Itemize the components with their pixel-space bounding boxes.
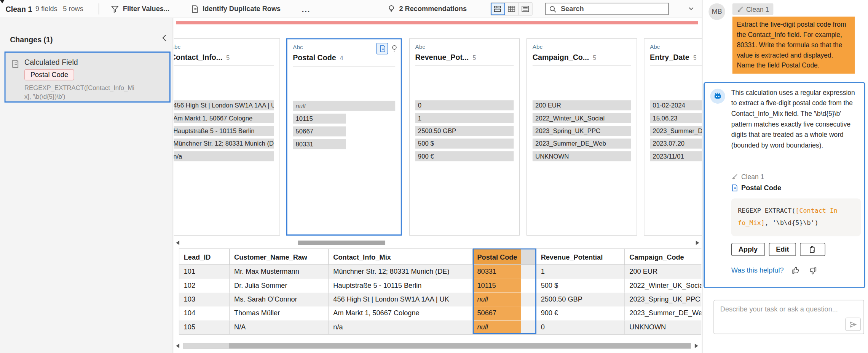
profile-value-bar[interactable]: Am Markt 1, 50667 Cologne <box>174 113 274 123</box>
profile-value-bar[interactable]: n/a <box>174 151 274 161</box>
grid-cell[interactable]: n/a <box>329 320 473 334</box>
scrollbar-thumb[interactable] <box>183 343 229 349</box>
change-item-calculated-field[interactable]: Calculated Field Postal Code REGEXP_EXTR… <box>5 51 171 103</box>
profile-value-bar[interactable]: 500 $ <box>415 139 514 149</box>
collapse-changes-icon[interactable] <box>162 34 168 42</box>
grid-header-cell[interactable]: Revenue_Potential <box>536 248 625 265</box>
card-divider <box>533 66 631 66</box>
profile-value-bar[interactable]: 456 High St | London SW1A 1AA | UK <box>174 100 274 110</box>
grid-cell[interactable]: 2023_Summer_DE_Web <box>625 306 702 320</box>
profile-card[interactable]: Abc Contact_Info...5 456 High St | Londo… <box>174 38 280 236</box>
toolbar: Clean 1 9 fields 5 rows Filter Values...… <box>0 0 702 18</box>
grid-cell[interactable]: 900 € <box>536 306 625 320</box>
grid-header-cell[interactable]: Contact_Info_Mix <box>329 248 473 265</box>
profile-view-toggle[interactable] <box>491 3 505 15</box>
profile-value-bar[interactable]: 2023_Summer_D <box>650 126 702 136</box>
send-button[interactable] <box>845 318 861 331</box>
user-avatar: MB <box>708 3 725 20</box>
profile-value-bar[interactable]: 01-02-2024 <box>650 100 702 110</box>
scrollbar-thumb[interactable] <box>298 241 385 245</box>
grid-cell[interactable]: Thomas Müller <box>230 306 329 320</box>
profile-value-bar[interactable]: 1 <box>415 113 514 123</box>
profile-value-bar[interactable]: 900 € <box>415 151 514 161</box>
grid-header-cell[interactable]: Campaign_Code <box>625 248 702 265</box>
grid-cell[interactable]: 200 EUR <box>625 265 702 279</box>
grid-cell[interactable]: null <box>473 293 536 306</box>
profile-value-bar[interactable]: 0 <box>415 100 514 110</box>
grid-cell[interactable]: 2022_Winter_UK_Social <box>625 279 702 292</box>
recommendation-lightbulb-icon[interactable] <box>391 44 398 53</box>
recommendations-button[interactable]: 2 Recommendations <box>388 0 467 18</box>
grid-cell[interactable]: 105 <box>179 320 230 334</box>
list-view-toggle[interactable] <box>519 3 532 15</box>
grid-cell[interactable]: Am Markt 1, 50667 Cologne <box>329 306 473 320</box>
grid-cell[interactable]: 456 High St | London SW1A 1AA | UK <box>329 293 473 306</box>
grid-cell[interactable]: 2023_Spring_UK_PPC <box>625 293 702 306</box>
collapse-pane-chevron-icon[interactable] <box>688 5 695 12</box>
profile-value-bar[interactable]: 10115 <box>293 114 346 124</box>
chat-input[interactable] <box>714 300 864 334</box>
copy-to-clipboard-button[interactable] <box>800 243 826 256</box>
edit-button[interactable]: Edit <box>769 243 796 256</box>
grid-cell[interactable]: 2500.50 GBP <box>536 293 625 306</box>
scroll-left-icon[interactable] <box>176 241 179 245</box>
grid-cell[interactable]: null <box>473 320 536 334</box>
profile-value-bar[interactable]: 80331 <box>293 139 346 149</box>
profile-value-bar[interactable]: 2023_Spring_UK_PPC <box>533 126 631 136</box>
filter-values-button[interactable]: Filter Values... <box>111 0 169 18</box>
identify-duplicates-button[interactable]: Identify Duplicate Rows <box>191 0 281 18</box>
create-calculated-field-icon[interactable] <box>377 43 388 55</box>
grid-cell[interactable]: 0 <box>536 320 625 334</box>
grid-cell[interactable]: 500 $ <box>536 279 625 292</box>
profile-card[interactable]: Abc Campaign_Co...5 200 EUR2022_Winter_U… <box>527 38 637 236</box>
grid-cell[interactable]: 101 <box>179 265 230 279</box>
profile-value-bar[interactable]: 2022_Winter_UK_Social <box>533 113 631 123</box>
grid-cell[interactable]: 50667 <box>473 306 536 320</box>
grid-cell[interactable]: Münchner Str. 12; 80331 Munich (DE) <box>329 265 473 279</box>
profile-value-bar[interactable]: null <box>293 101 395 111</box>
profile-card[interactable]: Abc Postal Code4 null101155066780331 <box>286 38 402 236</box>
grid-header-cell[interactable]: Customer_Name_Raw <box>230 248 329 265</box>
grid-cell[interactable]: 103 <box>179 293 230 306</box>
grid-cell[interactable]: 1 <box>536 265 625 279</box>
profile-value-bar[interactable]: 50667 <box>293 127 346 136</box>
profile-value-bar[interactable]: 2500.50 GBP <box>415 126 514 136</box>
profile-value-bar[interactable]: 2023.07.20 <box>650 139 702 149</box>
grid-cell[interactable]: N/A <box>230 320 329 334</box>
scroll-right-icon[interactable] <box>696 241 699 245</box>
scroll-left-icon[interactable] <box>176 344 179 348</box>
thumbs-down-icon[interactable] <box>808 266 817 275</box>
profile-value-bar[interactable]: Hauptstraße 5 - 10115 Berlin <box>174 126 274 136</box>
search-input[interactable] <box>560 5 665 13</box>
thumbs-up-icon[interactable] <box>791 266 800 275</box>
profile-value-bar[interactable]: Münchner Str. 12; 80331 Munich (DE) <box>174 139 274 149</box>
grid-view-toggle[interactable] <box>505 3 519 15</box>
profile-value-bar[interactable]: UNKNOWN <box>533 151 631 161</box>
profile-card[interactable]: Abc Revenue_Pot...5 012500.50 GBP500 $90… <box>409 38 520 236</box>
more-options-button[interactable]: ... <box>302 0 310 18</box>
feedback-row: Was this helpful? <box>731 266 817 275</box>
grid-cell[interactable]: Ms. Sarah O’Connor <box>230 293 329 306</box>
recommendations-caret-icon[interactable] <box>0 0 5 3</box>
grid-header-cell[interactable]: Postal Code <box>473 248 536 265</box>
grid-cell[interactable]: UNKNOWN <box>625 320 702 334</box>
card-divider <box>415 66 514 66</box>
apply-button[interactable]: Apply <box>731 243 765 256</box>
grid-cell[interactable]: Hauptstraße 5 - 10115 Berlin <box>329 279 473 292</box>
grid-header-cell[interactable]: Lead_ID <box>179 248 230 265</box>
grid-cell[interactable]: 80331 <box>473 265 536 279</box>
profile-value-bar[interactable]: 2023_Summer_DE_Web <box>533 139 631 149</box>
scrollbar-track[interactable] <box>183 343 691 349</box>
profile-value-bar[interactable]: 15.06.23 <box>650 113 702 123</box>
grid-cell[interactable]: Mr. Max Mustermann <box>230 265 329 279</box>
search-box[interactable] <box>545 3 669 15</box>
profile-card[interactable]: Abc Entry_Date5 01-02-202415.06.232023_S… <box>644 38 702 236</box>
scroll-right-icon[interactable] <box>695 344 698 348</box>
grid-cell[interactable]: 104 <box>179 306 230 320</box>
grid-cell[interactable]: 102 <box>179 279 230 292</box>
grid-cell[interactable]: Dr. Julia Sommer <box>230 279 329 292</box>
profile-value-bar[interactable]: 200 EUR <box>533 100 631 110</box>
field-name: Revenue_Pot...5 <box>415 53 476 62</box>
grid-cell[interactable]: 10115 <box>473 279 536 292</box>
profile-value-bar[interactable]: 2023/11/01 <box>650 151 702 161</box>
